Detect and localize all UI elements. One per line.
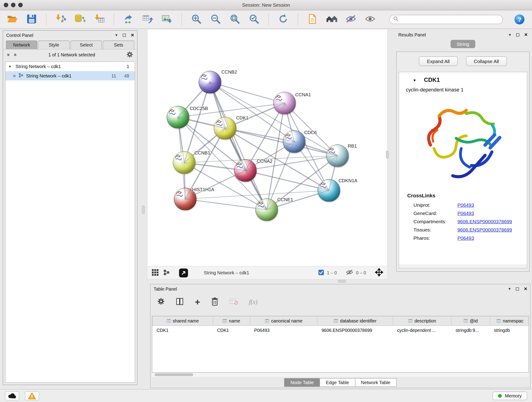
- hidden-eye-slash-icon[interactable]: [346, 269, 353, 277]
- column-header[interactable]: description: [393, 316, 451, 326]
- tab-network[interactable]: Network: [6, 41, 38, 49]
- column-header[interactable]: namespac: [490, 316, 529, 326]
- crosslink-link[interactable]: 9606.ENSP00000378699: [457, 219, 512, 224]
- column-header[interactable]: database identifier: [317, 316, 393, 326]
- column-header[interactable]: name: [213, 316, 250, 326]
- memory-button[interactable]: Memory: [493, 391, 527, 400]
- collapse-all-button[interactable]: Collapse All: [466, 56, 507, 66]
- network-options-gear-icon[interactable]: [127, 51, 133, 59]
- tree-expanded-icon[interactable]: ▾: [9, 64, 13, 69]
- cell-id[interactable]: stringdb:9...: [451, 326, 490, 335]
- cloud-status-button[interactable]: [5, 391, 19, 401]
- tab-node-table[interactable]: Node Table: [284, 378, 320, 387]
- network-node-ccna1[interactable]: [273, 92, 296, 115]
- gene-collapse-icon[interactable]: ▾: [413, 77, 416, 83]
- cell-namespace[interactable]: stringdb: [490, 326, 529, 335]
- birdseye-toggle-button[interactable]: [152, 269, 159, 277]
- network-node-rb1[interactable]: [326, 144, 349, 167]
- network-node-ccnb2[interactable]: [199, 71, 221, 94]
- table-row[interactable]: CDK1 CDK1 P06493 9606.ENSP00000378699 cy…: [152, 326, 529, 335]
- node-table[interactable]: shared name name canonical name database…: [152, 316, 529, 373]
- cell-shared-name[interactable]: CDK1: [152, 326, 213, 335]
- delete-column-trash-icon[interactable]: [211, 297, 219, 307]
- results-tab-string[interactable]: String: [450, 40, 475, 48]
- splitter-handle[interactable]: [142, 206, 145, 214]
- splitter-handle[interactable]: [386, 151, 389, 159]
- add-column-icon[interactable]: +: [195, 298, 200, 306]
- crosslink-link[interactable]: P06493: [457, 235, 474, 241]
- scrollbar-thumb[interactable]: [155, 373, 193, 376]
- warnings-button[interactable]: [25, 391, 39, 401]
- open-session-button[interactable]: [5, 12, 20, 27]
- network-node-cdc25b[interactable]: [167, 106, 190, 128]
- collapse-all-icon[interactable]: »: [6, 53, 12, 56]
- zoom-in-button[interactable]: [189, 12, 204, 27]
- import-network-from-file-button[interactable]: [53, 12, 69, 27]
- cell-name[interactable]: CDK1: [213, 326, 250, 335]
- panel-float-icon[interactable]: [516, 33, 519, 36]
- visibility-button[interactable]: [363, 12, 378, 27]
- export-image-button[interactable]: [159, 12, 175, 27]
- tab-select[interactable]: Select: [70, 41, 102, 49]
- column-header[interactable]: @id: [451, 316, 490, 326]
- document-button[interactable]: [305, 12, 320, 27]
- panel-close-icon[interactable]: ×: [524, 32, 527, 38]
- tab-style[interactable]: Style: [38, 41, 70, 49]
- function-builder-icon[interactable]: f(x): [249, 298, 257, 306]
- graph-layer[interactable]: CCNB2CCNA1CDC25BCDK1CDC6RB1CCNB1CCNA2CDK…: [147, 29, 387, 266]
- visibility-edit-button[interactable]: [343, 12, 359, 27]
- panel-menu-icon[interactable]: ▾: [115, 33, 117, 37]
- search-box[interactable]: [389, 15, 503, 24]
- open-in-window-button[interactable]: [179, 268, 188, 277]
- show-columns-icon[interactable]: [176, 297, 184, 307]
- tab-network-table[interactable]: Network Table: [355, 378, 396, 387]
- cell-description[interactable]: cyclin-dependent ...: [393, 326, 451, 335]
- save-session-button[interactable]: [24, 12, 39, 27]
- network-share-button[interactable]: [163, 269, 170, 277]
- column-header[interactable]: canonical name: [250, 316, 317, 326]
- panel-menu-icon[interactable]: ▾: [508, 287, 510, 291]
- refresh-layout-button[interactable]: [276, 12, 291, 27]
- zoom-fit-button[interactable]: [227, 12, 242, 27]
- panel-float-icon[interactable]: [516, 287, 519, 290]
- splitter-handle[interactable]: [338, 280, 346, 283]
- help-button[interactable]: ?: [515, 14, 525, 25]
- table-settings-gear-icon[interactable]: [157, 298, 165, 306]
- import-network-from-database-button[interactable]: [73, 12, 88, 27]
- network-edge[interactable]: [185, 199, 267, 210]
- search-input[interactable]: [401, 17, 499, 22]
- column-header[interactable]: shared name: [152, 316, 213, 326]
- expand-all-button[interactable]: Expand All: [419, 56, 457, 66]
- import-table-from-file-button[interactable]: [92, 12, 107, 27]
- export-table-button[interactable]: [140, 12, 155, 27]
- network-node-ccne1[interactable]: [255, 198, 278, 221]
- cell-database-identifier[interactable]: 9606.ENSP00000378699: [317, 326, 393, 335]
- network-node-cdc6[interactable]: [283, 130, 306, 153]
- tab-edge-table[interactable]: Edge Table: [320, 378, 355, 387]
- string-home-button[interactable]: [324, 12, 339, 27]
- network-node-cdk1[interactable]: [214, 117, 236, 140]
- network-row-selected[interactable]: String Network – cdk1 11 48: [6, 71, 135, 81]
- crosslink-link[interactable]: P06493: [457, 211, 474, 216]
- crosslink-link[interactable]: 9606.ENSP00000378699: [457, 227, 512, 232]
- pan-tool-icon[interactable]: [375, 268, 383, 278]
- network-view[interactable]: CCNB2CCNA1CDC25BCDK1CDC6RB1CCNB1CCNA2CDK…: [147, 29, 388, 280]
- zoom-selected-button[interactable]: [247, 12, 262, 27]
- zoom-out-button[interactable]: [208, 12, 223, 27]
- selected-checkbox-icon[interactable]: [318, 269, 324, 276]
- panel-close-icon[interactable]: ×: [524, 286, 527, 292]
- cell-canonical-name[interactable]: P06493: [250, 326, 317, 335]
- panel-float-icon[interactable]: [123, 33, 126, 37]
- tab-sets[interactable]: Sets: [103, 41, 134, 49]
- network-node-ccna2[interactable]: [234, 159, 257, 182]
- panel-menu-icon[interactable]: ▾: [509, 33, 511, 37]
- expand-all-icon[interactable]: «: [13, 53, 19, 56]
- network-collection-row[interactable]: ▾ String Network – cdk1 1: [6, 62, 135, 71]
- network-node-ccnb1[interactable]: [173, 151, 196, 174]
- crosslink-link[interactable]: P06493: [457, 202, 474, 208]
- panel-close-icon[interactable]: ×: [131, 32, 134, 38]
- network-node-cdkn1a[interactable]: [317, 179, 340, 202]
- results-scrollbar[interactable]: [399, 265, 527, 268]
- table-horizontal-scrollbar[interactable]: [152, 373, 529, 377]
- network-edge[interactable]: [210, 82, 267, 210]
